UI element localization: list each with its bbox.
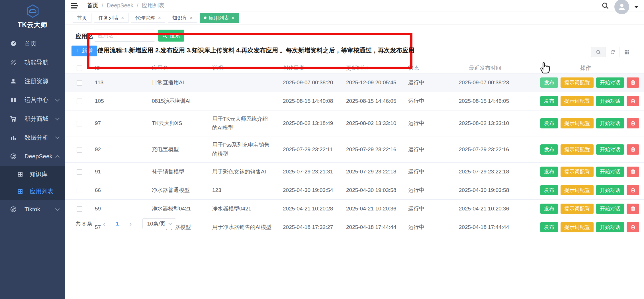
header-status: 状态 <box>401 63 443 73</box>
usage-notice-text: 使用流程:1.新增应用 2.发布应用 3.知识库上传资料 4.再次发布应用 。每… <box>97 46 414 54</box>
row-checkbox[interactable] <box>77 99 82 104</box>
cell-created-date: 2025-09-07 00:38:20 <box>283 79 333 85</box>
table-search-toggle-icon[interactable] <box>591 47 606 57</box>
refresh-icon[interactable] <box>606 47 620 57</box>
table-row: 59 净水器模型0421 净水器模型0421 2025-04-21 10:20:… <box>65 199 644 218</box>
start-chat-button[interactable]: 开始对话 <box>596 118 624 128</box>
cell-description: 123 <box>212 187 221 193</box>
table-row: 92 充电宝模型 用于Fss系列充电宝销售的模型 2025-07-29 23:2… <box>65 136 644 163</box>
row-checkbox[interactable] <box>77 80 82 86</box>
search-icon[interactable] <box>601 2 609 10</box>
publish-button[interactable]: 发布 <box>540 144 558 155</box>
delete-button[interactable] <box>627 222 639 232</box>
breadcrumb-home[interactable]: 首页 <box>87 2 98 9</box>
prev-page-button[interactable]: ‹ <box>99 219 109 229</box>
table-body: 113 日常直播用AI 2025-09-07 00:38:20 2025-12-… <box>65 73 644 236</box>
start-chat-button[interactable]: 开始对话 <box>596 77 624 88</box>
sidebar-item-label: 积分商城 <box>24 115 56 123</box>
prompt-config-button[interactable]: 提示词配置 <box>561 167 594 177</box>
page-size-select[interactable]: 10条/页 <box>142 218 176 229</box>
start-chat-button[interactable]: 开始对话 <box>596 167 624 177</box>
column-settings-grid-icon[interactable] <box>620 47 634 57</box>
prompt-config-button[interactable]: 提示词配置 <box>561 77 594 88</box>
sidebar-item-function-nav[interactable]: 功能导航 <box>0 53 65 72</box>
sidebar-item-app-list[interactable]: 应用列表 <box>0 183 65 200</box>
delete-button[interactable] <box>627 144 639 155</box>
sidebar-item-data-analysis[interactable]: 数据分析 <box>0 128 65 147</box>
avatar-dropdown-caret-icon[interactable] <box>634 6 638 8</box>
tab-agent-management[interactable]: 代理管理 × <box>131 13 165 23</box>
row-checkbox[interactable] <box>77 206 82 212</box>
delete-button[interactable] <box>627 77 639 88</box>
publish-button[interactable]: 发布 <box>540 96 558 106</box>
close-icon[interactable]: × <box>190 15 193 21</box>
dashboard-icon <box>10 40 17 47</box>
row-actions: 发布 提示词配置 开始对话 <box>535 144 642 155</box>
tab-app-list[interactable]: 应用列表 × <box>200 13 239 23</box>
sidebar-item-tiktok[interactable]: Tiktok <box>0 200 65 219</box>
prompt-config-button[interactable]: 提示词配置 <box>561 185 594 195</box>
add-button[interactable]: + 新增 <box>71 46 97 56</box>
start-chat-button[interactable]: 开始对话 <box>596 96 624 106</box>
publish-button[interactable]: 发布 <box>540 185 558 195</box>
row-checkbox[interactable] <box>77 169 82 175</box>
breadcrumb-deepseek[interactable]: DeepSeek <box>107 2 133 9</box>
avatar[interactable] <box>614 0 629 14</box>
delete-button[interactable] <box>627 185 639 195</box>
tab-label: 知识库 <box>172 15 187 21</box>
start-chat-button[interactable]: 开始对话 <box>596 185 624 195</box>
status-text: 运行中 <box>408 187 424 193</box>
sidebar-item-knowledge-base[interactable]: 知识库 <box>0 166 65 183</box>
publish-button[interactable]: 发布 <box>540 204 558 214</box>
deepseek-submenu: 知识库 应用列表 <box>0 166 65 200</box>
chevron-down-icon <box>55 97 60 101</box>
delete-button[interactable] <box>627 118 639 128</box>
publish-button[interactable]: 发布 <box>540 167 558 177</box>
start-chat-button[interactable]: 开始对话 <box>596 222 624 232</box>
sidebar-item-home[interactable]: 首页 <box>0 34 65 53</box>
top-navbar: 首页 / DeepSeek / 应用列表 <box>65 0 644 11</box>
publish-button[interactable]: 发布 <box>540 77 558 88</box>
status-text: 运行中 <box>408 206 424 212</box>
row-checkbox[interactable] <box>77 147 82 153</box>
next-page-button[interactable]: › <box>125 219 136 229</box>
sidebar-item-deepseek[interactable]: DeepSeek <box>0 147 65 166</box>
start-chat-button[interactable]: 开始对话 <box>596 204 624 214</box>
sidebar-item-register-resources[interactable]: 注册资源 <box>0 72 65 91</box>
publish-button[interactable]: 发布 <box>540 118 558 128</box>
modules-icon <box>10 96 17 104</box>
publish-button[interactable]: 发布 <box>540 222 558 232</box>
tab-task-list[interactable]: 任务列表 × <box>94 13 128 23</box>
app-name-input[interactable] <box>94 30 155 42</box>
status-text: 运行中 <box>408 146 424 152</box>
close-icon[interactable]: × <box>158 15 161 21</box>
search-button[interactable]: 搜索 <box>158 30 184 42</box>
sidebar-item-points-mall[interactable]: 积分商城 <box>0 109 65 128</box>
row-checkbox[interactable] <box>77 188 82 193</box>
prompt-config-button[interactable]: 提示词配置 <box>561 144 594 155</box>
delete-button[interactable] <box>627 167 639 177</box>
tab-label: 首页 <box>77 15 87 21</box>
row-checkbox[interactable] <box>77 121 82 126</box>
select-all-checkbox[interactable] <box>77 65 82 71</box>
header-app-name: 应用名 <box>144 63 205 73</box>
cell-created-date: 2025-04-18 17:32:27 <box>283 224 333 230</box>
logo-hexagon-cloud-icon <box>26 4 40 18</box>
cell-published-date: 2025-07-29 23:22:18 <box>459 169 509 175</box>
close-icon[interactable]: × <box>232 15 235 21</box>
breadcrumb-separator: / <box>102 2 103 9</box>
delete-button[interactable] <box>627 204 639 214</box>
prompt-config-button[interactable]: 提示词配置 <box>561 118 594 128</box>
tab-knowledge-base[interactable]: 知识库 × <box>168 13 197 23</box>
close-icon[interactable]: × <box>121 15 124 21</box>
page-number[interactable]: 1 <box>112 219 122 229</box>
prompt-config-button[interactable]: 提示词配置 <box>561 96 594 106</box>
start-chat-button[interactable]: 开始对话 <box>596 144 624 155</box>
prompt-config-button[interactable]: 提示词配置 <box>561 204 594 214</box>
delete-button[interactable] <box>627 96 639 106</box>
prompt-config-button[interactable]: 提示词配置 <box>561 222 594 232</box>
sidebar-collapse-icon[interactable] <box>70 2 79 9</box>
chevron-up-icon <box>55 155 60 159</box>
tab-home[interactable]: 首页 <box>73 13 91 23</box>
sidebar-item-operations-center[interactable]: 运营中心 <box>0 91 65 109</box>
